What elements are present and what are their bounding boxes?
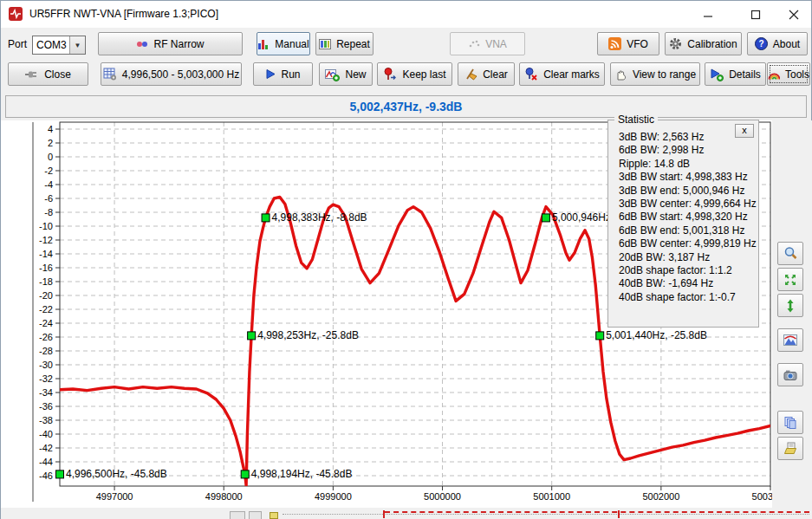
calibration-label: Calibration (687, 38, 737, 50)
screenshot-button[interactable] (777, 363, 803, 386)
expand-view-button[interactable] (777, 268, 803, 291)
rf-narrow-label: RF Narrow (153, 38, 204, 50)
svg-text:4998000: 4998000 (205, 491, 243, 502)
clear-marks-label: Clear marks (543, 68, 600, 81)
close-connection-label: Close (44, 68, 71, 81)
svg-text:0: 0 (48, 152, 53, 162)
frequency-range-button[interactable]: 4,996,500 - 5,003,000 Hz (101, 62, 242, 86)
run-button[interactable]: Run (253, 62, 313, 86)
statistic-line: 3dB BW: 2,563 Hz (608, 131, 758, 144)
gear-icon (669, 37, 682, 50)
repeat-icon (319, 38, 331, 49)
clear-button[interactable]: Clear (458, 62, 515, 86)
chart-image-icon (783, 334, 797, 347)
svg-text:-46: -46 (39, 470, 53, 481)
statistic-line: 6dB BW center: 4,999,819 Hz (608, 237, 758, 250)
vna-label: VNA (485, 38, 507, 50)
background-window-fragment (383, 510, 385, 518)
keep-last-button[interactable]: Keep last (377, 62, 452, 86)
statistic-line: 40dB shape factor: 1:-0.7 (608, 291, 758, 304)
repeat-label: Repeat (336, 38, 370, 50)
play-icon (265, 68, 276, 80)
magnifier-icon (783, 246, 798, 261)
svg-text:4999000: 4999000 (315, 491, 352, 502)
svg-text:-8: -8 (44, 207, 53, 217)
frequency-range-label: 4,996,500 - 5,003,000 Hz (122, 68, 239, 81)
background-window-fragment (249, 511, 262, 519)
background-window-strip (1, 508, 812, 519)
expand-arrows-icon (783, 273, 797, 287)
maximize-button[interactable] (736, 1, 775, 28)
vfo-button[interactable]: VFO (597, 32, 659, 55)
tools-button[interactable]: Tools (767, 62, 810, 86)
broom-icon (464, 68, 477, 81)
port-label: Port (8, 38, 27, 50)
svg-text:?: ? (758, 39, 763, 49)
window-title: UR5FFR NWT-VNA [Firmware 1.3;PICO] (29, 8, 218, 20)
clear-label: Clear (483, 68, 508, 81)
export-icon (783, 442, 797, 455)
background-window-fragment (283, 514, 809, 515)
about-label: About (773, 38, 800, 50)
run-label: Run (281, 68, 300, 81)
copy-button[interactable] (777, 411, 803, 434)
zoom-button[interactable] (777, 242, 803, 265)
statistic-line: 3dB BW center: 4,999,664 Hz (608, 198, 758, 211)
svg-text:-2: -2 (44, 165, 53, 176)
svg-text:-28: -28 (39, 346, 53, 356)
svg-text:-22: -22 (39, 304, 53, 315)
tools-label: Tools (785, 68, 809, 81)
details-button[interactable]: Details (705, 62, 766, 86)
svg-text:-34: -34 (39, 387, 53, 398)
svg-text:4: 4 (48, 124, 53, 134)
view-to-range-button[interactable]: View to range (610, 62, 700, 86)
svg-text:-40: -40 (39, 429, 53, 439)
svg-text:-36: -36 (39, 401, 53, 412)
minimize-icon (703, 10, 713, 20)
statistic-line: 6dB BW end: 5,001,318 Hz (608, 224, 758, 237)
clear-marks-button[interactable]: Clear marks (519, 62, 605, 86)
svg-text:-14: -14 (39, 249, 53, 259)
keep-last-label: Keep last (402, 68, 445, 81)
title-bar[interactable]: UR5FFR NWT-VNA [Firmware 1.3;PICO] (1, 1, 811, 28)
statistic-panel: Statistic x 3dB BW: 2,563 Hz6dB BW: 2,99… (607, 120, 759, 328)
svg-text:4,998,194Hz, -45.8dB: 4,998,194Hz, -45.8dB (251, 468, 353, 480)
new-label: New (345, 68, 366, 81)
question-icon: ? (755, 37, 768, 50)
svg-text:-16: -16 (39, 263, 53, 273)
svg-text:4997000: 4997000 (96, 491, 133, 502)
svg-text:-32: -32 (39, 373, 53, 384)
maximize-icon (750, 10, 761, 20)
close-connection-button[interactable]: Close (8, 62, 88, 86)
svg-text:-12: -12 (39, 235, 53, 245)
close-icon (789, 10, 799, 20)
svg-text:-18: -18 (39, 276, 53, 287)
camera-icon (783, 369, 797, 381)
port-select[interactable]: COM3 ▼ (32, 36, 86, 55)
svg-text:-26: -26 (39, 332, 53, 342)
minimize-button[interactable] (688, 1, 727, 28)
svg-text:-44: -44 (39, 457, 53, 467)
pin-delete-icon (524, 68, 538, 81)
pin-icon (383, 68, 397, 81)
new-chart-button[interactable] (777, 328, 803, 352)
manual-label: Manual (275, 38, 309, 50)
statistic-line: 6dB BW: 2,998 Hz (608, 144, 758, 157)
svg-text:5,000,946Hz: 5,000,946Hz (552, 211, 611, 224)
svg-text:-10: -10 (39, 221, 53, 231)
statistic-title: Statistic (614, 114, 658, 126)
new-button[interactable]: New (319, 62, 373, 86)
svg-text:-20: -20 (39, 290, 53, 301)
statistic-line: 3dB BW start: 4,998,383 Hz (608, 171, 758, 184)
manual-button[interactable]: Manual (257, 32, 310, 55)
fit-vertical-button[interactable] (777, 294, 803, 317)
repeat-button[interactable]: Repeat (315, 32, 374, 55)
statistic-line: 3dB BW end: 5,000,946 Hz (608, 185, 758, 198)
about-button[interactable]: ? About (747, 32, 808, 55)
close-window-button[interactable] (774, 1, 812, 28)
statistic-lines: 3dB BW: 2,563 Hz6dB BW: 2,998 HzRipple: … (608, 131, 758, 304)
rf-narrow-button[interactable]: RF Narrow (98, 32, 243, 55)
calibration-button[interactable]: Calibration (665, 32, 742, 55)
export-button[interactable] (777, 437, 803, 460)
hand-icon (614, 68, 627, 81)
